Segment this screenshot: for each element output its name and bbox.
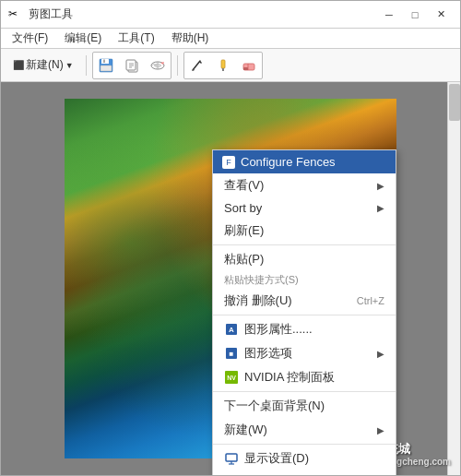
photo-canvas: F Configure Fences 查看(V) ▶ Sort by ▶: [65, 99, 396, 458]
window-title: 剪图工具: [29, 6, 73, 22]
pen-icon: [190, 58, 205, 73]
main-window: ✂ 剪图工具 ─ □ ✕ 文件(F) 编辑(E) 工具(T) 帮助(H) ⬛ 新…: [0, 0, 461, 476]
svg-rect-2: [103, 59, 105, 63]
svg-rect-16: [221, 60, 225, 68]
context-menu-header: F Configure Fences: [213, 150, 396, 173]
close-button[interactable]: ✕: [429, 6, 453, 24]
ctx-arrow-new: ▶: [377, 425, 384, 435]
ctx-shortcut-undo: Ctrl+Z: [357, 295, 384, 306]
new-dropdown-icon: ▼: [65, 61, 74, 70]
nvidia-icon: NV: [224, 370, 239, 385]
ctx-item-shape-properties[interactable]: A 图形属性......: [213, 317, 396, 341]
toolbar: ⬛ 新建(N) ▼: [1, 49, 460, 82]
canvas-area: F Configure Fences 查看(V) ▶ Sort by ▶: [1, 82, 460, 475]
shape-options-icon: ■: [224, 346, 239, 361]
ctx-item-display-left: 显示设置(D): [224, 450, 309, 467]
ctx-item-view[interactable]: 查看(V) ▶: [213, 173, 396, 197]
toolbar-group-file: [92, 52, 171, 79]
menu-tools[interactable]: 工具(T): [111, 29, 161, 48]
ctx-separator-3: [213, 391, 396, 392]
ctx-item-paste[interactable]: 粘贴(P): [213, 247, 396, 271]
ctx-item-personalize-left: 个性化(R): [224, 474, 297, 475]
menu-bar: 文件(F) 编辑(E) 工具(T) 帮助(H): [1, 29, 460, 49]
ctx-arrow-shapeopts: ▶: [377, 349, 384, 359]
toolbar-separator-1: [86, 55, 87, 76]
ctx-item-display[interactable]: 显示设置(D): [213, 446, 396, 470]
toolbar-separator-2: [177, 55, 178, 76]
minimize-button[interactable]: ─: [377, 6, 401, 24]
ctx-item-shapeopts-left: ■ 图形选项: [224, 345, 292, 362]
title-bar-left: ✂ 剪图工具: [8, 6, 73, 22]
save-icon: [99, 58, 113, 73]
save-button[interactable]: [93, 53, 119, 78]
svg-rect-3: [100, 65, 112, 71]
eraser-icon: [242, 58, 256, 73]
ctx-separator-2: [213, 315, 396, 315]
fences-icon: F: [222, 156, 235, 169]
highlight-button[interactable]: [210, 53, 236, 78]
context-menu: F Configure Fences 查看(V) ▶ Sort by ▶: [212, 149, 396, 475]
ctx-item-new[interactable]: 新建(W) ▶: [213, 418, 396, 442]
ctx-item-undo[interactable]: 撤消 删除(U) Ctrl+Z: [213, 289, 396, 313]
svg-text:■: ■: [230, 350, 234, 358]
ctx-arrow-view: ▶: [377, 181, 384, 191]
copy-button[interactable]: [119, 53, 145, 78]
new-label: 新建(N): [26, 57, 64, 73]
new-icon: ⬛: [13, 60, 24, 70]
ctx-item-shape-left: A 图形属性......: [224, 321, 313, 338]
highlight-icon: [216, 58, 230, 73]
shape-properties-icon: A: [224, 322, 239, 337]
ctx-item-next-bg[interactable]: 下一个桌面背景(N): [213, 394, 396, 418]
eraser-button[interactable]: [236, 53, 262, 78]
ctx-section-paste-shortcut: 粘贴快捷方式(S): [213, 271, 396, 289]
ctx-item-shape-options[interactable]: ■ 图形选项 ▶: [213, 341, 396, 365]
app-icon: ✂: [8, 7, 23, 22]
context-menu-title: Configure Fences: [241, 155, 336, 169]
svg-rect-21: [243, 67, 248, 70]
new-button[interactable]: ⬛ 新建(N) ▼: [6, 54, 80, 77]
ctx-item-nvidia-left: NV NVIDIA 控制面板: [224, 369, 335, 386]
svg-text:A: A: [229, 326, 234, 334]
ctx-item-view-label: 查看(V): [224, 177, 264, 194]
ctx-item-personalize[interactable]: 个性化(R): [213, 470, 396, 475]
svg-text:NV: NV: [227, 375, 236, 381]
ctx-item-sort-label: Sort by: [224, 201, 262, 215]
ctx-item-refresh[interactable]: 刷新(E): [213, 219, 396, 243]
svg-line-15: [192, 70, 193, 71]
svg-rect-28: [226, 454, 237, 461]
ctx-item-nvidia[interactable]: NV NVIDIA 控制面板: [213, 365, 396, 389]
ctx-arrow-sort: ▶: [377, 203, 384, 213]
scrollbar-vertical[interactable]: [447, 82, 460, 475]
menu-edit[interactable]: 编辑(E): [57, 29, 109, 48]
svg-rect-5: [126, 60, 136, 70]
title-bar: ✂ 剪图工具 ─ □ ✕: [1, 1, 460, 29]
pen-button[interactable]: [184, 53, 210, 78]
ctx-separator-1: [213, 244, 396, 245]
menu-help[interactable]: 帮助(H): [164, 29, 217, 48]
scrollbar-thumb: [449, 84, 460, 121]
send-button[interactable]: [145, 53, 171, 78]
ctx-separator-4: [213, 444, 396, 445]
title-controls: ─ □ ✕: [377, 6, 453, 24]
menu-file[interactable]: 文件(F): [5, 29, 55, 48]
display-icon: [224, 451, 239, 466]
toolbar-group-draw: [183, 52, 263, 79]
send-icon: [149, 58, 166, 73]
ctx-item-sort[interactable]: Sort by ▶: [213, 197, 396, 219]
maximize-button[interactable]: □: [403, 6, 427, 24]
copy-icon: [124, 58, 139, 73]
